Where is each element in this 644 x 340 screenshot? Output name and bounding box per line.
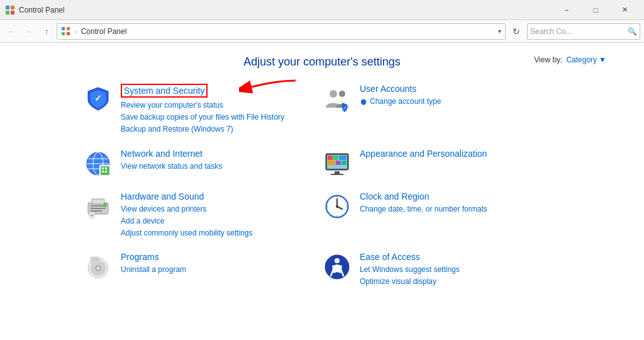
svg-text:✓: ✓ [343,105,347,111]
svg-point-58 [335,258,340,263]
main-content: Adjust your computer's settings ✓ System… [0,43,644,340]
svg-point-45 [336,205,338,208]
network-internet-text: Network and Internet View network status… [121,149,322,173]
svg-rect-31 [335,171,340,174]
svg-text:✓: ✓ [94,93,102,103]
svg-rect-1 [11,6,14,9]
svg-rect-27 [339,156,347,160]
programs-link-1[interactable]: Uninstall a program [121,264,322,276]
category-appearance: Appearance and Personalization [322,149,561,179]
category-clock-region: Clock and Region Change date, time, or n… [322,191,561,240]
view-by-control: View by: Category ▼ [534,55,606,64]
clock-region-link-1[interactable]: Change date, time, or number formats [360,203,561,215]
ease-access-link-2[interactable]: Optimize visual display [360,276,561,288]
programs-title[interactable]: Programs [121,252,322,262]
page-title: Adjust your computer's settings [243,55,401,68]
svg-rect-4 [62,27,65,30]
minimize-button[interactable]: − [552,0,581,20]
hardware-sound-link-3[interactable]: Adjust commonly used mobility settings [121,227,322,239]
viewby-label: View by: [534,55,562,64]
refresh-button[interactable]: ↻ [508,23,525,40]
category-system-security: ✓ System and Security Review your comput… [83,84,322,136]
category-programs: Programs Uninstall a program [83,252,322,288]
hardware-sound-text: Hardware and Sound View devices and prin… [121,191,322,240]
svg-rect-32 [331,174,343,175]
user-accounts-text: User Accounts Change account type [360,84,561,108]
back-button[interactable]: ← [4,24,19,39]
address-icon [61,26,71,37]
search-input[interactable] [530,27,628,36]
hardware-sound-icon [83,191,113,222]
network-internet-icon [83,149,113,179]
system-security-link-3[interactable]: Backup and Restore (Windows 7) [121,123,322,135]
svg-point-9 [330,90,337,98]
control-panel-icon [5,5,15,15]
programs-text: Programs Uninstall a program [121,252,322,276]
network-internet-link-1[interactable]: View network status and tasks [121,161,322,173]
title-bar: Control Panel − □ ✕ [0,0,644,20]
clock-region-icon [322,191,352,222]
svg-rect-2 [6,11,9,14]
svg-rect-21 [102,171,104,173]
ease-access-title[interactable]: Ease of Access [360,252,561,262]
svg-rect-0 [6,6,9,9]
svg-rect-37 [92,199,104,204]
category-hardware-sound: Hardware and Sound View devices and prin… [83,191,322,240]
svg-point-38 [103,203,107,207]
categories-container: ✓ System and Security Review your comput… [83,84,561,301]
user-accounts-icon: ✓ [322,84,352,114]
ease-access-icon [322,252,352,282]
category-network-internet: Network and Internet View network status… [83,149,322,179]
viewby-dropdown[interactable]: Category ▼ [566,55,606,64]
svg-rect-36 [91,210,102,212]
viewby-chevron: ▼ [599,55,606,64]
svg-rect-35 [91,208,106,209]
forward-button[interactable]: → [21,24,36,39]
close-button[interactable]: ✕ [610,0,639,20]
hardware-sound-link-2[interactable]: Add a device [121,215,322,227]
system-security-icon: ✓ [83,84,113,114]
svg-rect-29 [336,161,341,165]
svg-rect-22 [105,171,107,173]
category-user-accounts: ✓ User Accounts Change account type [322,84,561,136]
clock-region-text: Clock and Region Change date, time, or n… [360,191,561,215]
ease-access-link-1[interactable]: Let Windows suggest settings [360,264,561,276]
svg-rect-7 [67,32,70,35]
category-ease-access: Ease of Access Let Windows suggest setti… [322,252,561,288]
address-separator: › [75,28,77,35]
appearance-title[interactable]: Appearance and Personalization [360,149,561,159]
svg-rect-20 [105,167,107,169]
svg-rect-5 [67,27,70,30]
address-chevron[interactable]: ▾ [498,28,501,35]
svg-rect-19 [102,167,104,169]
user-accounts-link-1[interactable]: Change account type [360,96,561,108]
ease-access-text: Ease of Access Let Windows suggest setti… [360,252,561,288]
hardware-sound-link-1[interactable]: View devices and printers [121,203,322,215]
clock-region-title[interactable]: Clock and Region [360,191,561,201]
window-controls: − □ ✕ [552,0,639,20]
svg-rect-3 [11,11,14,14]
svg-point-10 [339,91,345,97]
system-security-text: System and Security Review your computer… [121,84,322,136]
search-icon[interactable]: 🔍 [628,27,637,36]
viewby-value: Category [566,55,597,64]
maximize-button[interactable]: □ [581,0,610,20]
address-path: Control Panel [81,27,127,36]
up-button[interactable]: ↑ [39,24,54,39]
svg-rect-54 [91,257,99,263]
svg-point-40 [91,214,93,217]
svg-point-53 [97,267,99,269]
system-security-link-1[interactable]: Review your computer's status [121,99,322,111]
user-accounts-title[interactable]: User Accounts [360,84,561,94]
address-field[interactable]: › Control Panel ▾ [57,23,506,40]
appearance-text: Appearance and Personalization [360,149,561,161]
svg-rect-28 [328,161,335,165]
network-internet-title[interactable]: Network and Internet [121,149,322,159]
svg-rect-25 [328,156,333,160]
search-box[interactable]: 🔍 [527,23,640,40]
system-security-title[interactable]: System and Security [121,84,208,98]
address-bar: ← → ↑ › Control Panel ▾ ↻ 🔍 [0,20,644,43]
system-security-link-2[interactable]: Save backup copies of your files with Fi… [121,111,322,123]
svg-rect-26 [333,156,338,160]
hardware-sound-title[interactable]: Hardware and Sound [121,191,322,201]
